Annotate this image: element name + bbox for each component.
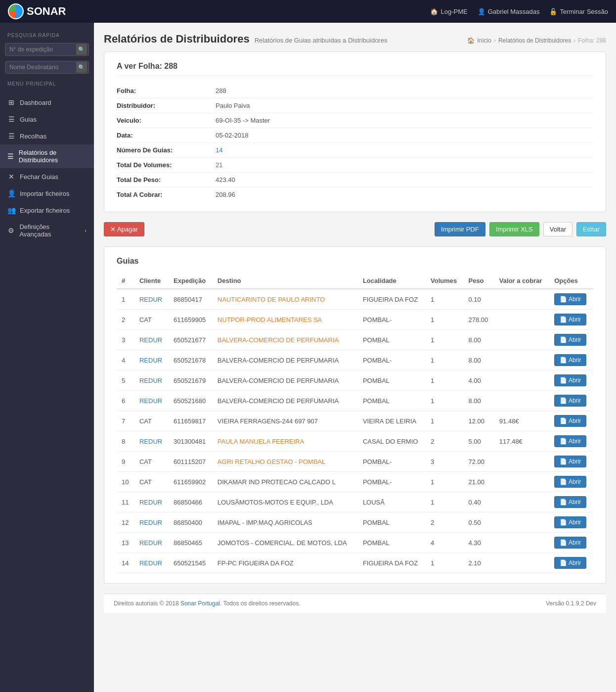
td-valor: [494, 370, 549, 391]
breadcrumb-home[interactable]: Início: [477, 37, 491, 44]
td-num: 9: [117, 452, 134, 472]
voltar-button[interactable]: Voltar: [543, 222, 572, 236]
abrir-button[interactable]: 📄 Abrir: [554, 354, 586, 366]
td-num: 13: [117, 533, 134, 553]
td-peso: 72.00: [463, 452, 494, 472]
table-row: 12 REDUR 86850400 IMAPAL - IMP.MAQ.AGRIC…: [117, 512, 593, 533]
abrir-button[interactable]: 📄 Abrir: [554, 557, 586, 569]
abrir-button[interactable]: 📄 Abrir: [554, 496, 586, 508]
apagar-button[interactable]: ✕ Apagar: [104, 222, 144, 236]
destino-link[interactable]: AGRI RETALHO GESTAO - POMBAL: [218, 458, 325, 465]
total-volumes-link[interactable]: 21: [216, 161, 222, 169]
num-guias-link[interactable]: 14: [216, 146, 222, 154]
td-localidade: POMBAL-: [358, 350, 426, 370]
destino-text: VIEIRA FERRAGENS-244 697 907: [218, 417, 318, 425]
td-volumes: 1: [426, 330, 463, 350]
td-localidade: POMBAL-: [358, 472, 426, 492]
editar-button[interactable]: Editar: [576, 222, 606, 236]
td-num: 4: [117, 350, 134, 370]
table-row: 14 REDUR 650521545 FP-PC FIGUEIRA DA FOZ…: [117, 553, 593, 573]
sidebar-menu: ⊞ Dashboard ☰ Guias ☰ Recolhas ☰ Relatór…: [0, 94, 94, 242]
td-cliente: CAT: [134, 310, 169, 330]
destino-link[interactable]: NUTPOR-PROD ALIMENTARES SA: [218, 316, 322, 323]
td-num: 3: [117, 330, 134, 350]
td-opcoes: 📄 Abrir: [549, 370, 593, 391]
td-opcoes: 📄 Abrir: [549, 330, 593, 350]
sidebar-item-guias[interactable]: ☰ Guias: [0, 111, 94, 128]
sidebar-item-fechar-guias[interactable]: ✕ Fechar Guias: [0, 168, 94, 185]
abrir-button[interactable]: 📄 Abrir: [554, 456, 586, 467]
logout-link[interactable]: 🔓 Terminar Sessão: [549, 8, 608, 15]
col-volumes: Volumes: [426, 273, 463, 289]
td-destino: BALVERA-COMERCIO DE PERFUMARIA: [213, 370, 358, 391]
td-num: 1: [117, 289, 134, 310]
sidebar-item-importar[interactable]: 👤 Importar ficheiros: [0, 185, 94, 202]
value-total-cobrar: 208.96: [216, 191, 235, 198]
td-volumes: 1: [426, 310, 463, 330]
detail-row-data: Data: 05-02-2018: [117, 128, 593, 143]
destino-link[interactable]: PAULA MANUELA FEEREIRA: [218, 438, 304, 445]
destino-link[interactable]: NAUTICARINTO DE PAULO ARINTO: [218, 296, 325, 303]
table-row: 5 REDUR 650521679 BALVERA-COMERCIO DE PE…: [117, 370, 593, 391]
destino-text: LOUSÃMOTOS-MOTOS E EQUIP., LDA: [218, 499, 333, 506]
value-total-peso: 423.40: [216, 176, 235, 184]
log-pme-link[interactable]: 🏠 Log-PME: [430, 8, 467, 15]
abrir-button[interactable]: 📄 Abrir: [554, 314, 586, 325]
abrir-button[interactable]: 📄 Abrir: [554, 435, 586, 447]
sidebar-item-label: Guias: [20, 116, 37, 123]
td-volumes: 1: [426, 411, 463, 431]
td-localidade: FIGUEIRA DA FOZ: [358, 289, 426, 310]
td-valor: [494, 533, 549, 553]
td-opcoes: 📄 Abrir: [549, 431, 593, 452]
destino-link[interactable]: BALVERA-COMERCIO DE PERFUMARIA: [218, 336, 339, 344]
td-num: 2: [117, 310, 134, 330]
table-row: 2 CAT 611659905 NUTPOR-PROD ALIMENTARES …: [117, 310, 593, 330]
td-peso: 0.50: [463, 512, 494, 533]
abrir-button[interactable]: 📄 Abrir: [554, 415, 586, 427]
sidebar-item-label: Fechar Guias: [20, 173, 58, 181]
abrir-button[interactable]: 📄 Abrir: [554, 334, 586, 346]
td-expedicao: 650521678: [169, 350, 213, 370]
sidebar-item-definicoes[interactable]: ⚙ Definições Avançadas ‹: [0, 219, 94, 242]
abrir-button[interactable]: 📄 Abrir: [554, 516, 586, 528]
td-cliente: REDUR: [134, 512, 169, 533]
col-destino: Destino: [213, 273, 358, 289]
abrir-button[interactable]: 📄 Abrir: [554, 476, 586, 488]
abrir-button[interactable]: 📄 Abrir: [554, 395, 586, 407]
td-destino: JOMOTOS - COMERCIAL. DE MOTOS, LDA: [213, 533, 358, 553]
abrir-button[interactable]: 📄 Abrir: [554, 293, 586, 305]
imprimir-xls-button[interactable]: Imprimir XLS: [489, 222, 539, 236]
sidebar-item-recolhas[interactable]: ☰ Recolhas: [0, 128, 94, 144]
expedition-search-button[interactable]: 🔍: [76, 44, 87, 55]
sidebar-item-relatorios[interactable]: ☰ Relatórios de Distribuidores: [0, 144, 94, 168]
td-destino: IMAPAL - IMP.MAQ.AGRICOLAS: [213, 512, 358, 533]
fechar-guias-icon: ✕: [7, 173, 15, 181]
td-destino: BALVERA-COMERCIO DE PERFUMARIA: [213, 350, 358, 370]
abrir-button[interactable]: 📄 Abrir: [554, 537, 586, 549]
detail-row-veiculo: Veículo: 69-OI-35 -> Master: [117, 113, 593, 128]
sidebar-item-label: Importar ficheiros: [20, 190, 69, 197]
detail-row-folha: Folha: 288: [117, 84, 593, 98]
destino-text: BALVERA-COMERCIO DE PERFUMARIA: [218, 377, 339, 384]
definicoes-icon: ⚙: [7, 227, 15, 234]
sidebar-item-dashboard[interactable]: ⊞ Dashboard: [0, 94, 94, 111]
td-volumes: 1: [426, 472, 463, 492]
td-cliente: REDUR: [134, 431, 169, 452]
td-opcoes: 📄 Abrir: [549, 553, 593, 573]
recipient-search-button[interactable]: 🔍: [76, 62, 87, 73]
user-link[interactable]: 👤 Gabriel Massadas: [478, 8, 540, 15]
td-opcoes: 📄 Abrir: [549, 391, 593, 411]
td-peso: 8.00: [463, 350, 494, 370]
col-opcoes: Opções: [549, 273, 593, 289]
td-num: 7: [117, 411, 134, 431]
label-folha: Folha:: [117, 87, 216, 94]
sidebar-item-exportar[interactable]: 👥 Exportar ficheiros: [0, 202, 94, 219]
abrir-button[interactable]: 📄 Abrir: [554, 374, 586, 386]
breadcrumb-section[interactable]: Relatórios de Distribuidores: [498, 37, 571, 44]
col-cliente: Cliente: [134, 273, 169, 289]
imprimir-pdf-button[interactable]: Imprimir PDF: [435, 222, 485, 236]
importar-icon: 👤: [7, 189, 15, 197]
footer-brand-link[interactable]: Sonar Portugal.: [180, 600, 221, 607]
td-valor: [494, 512, 549, 533]
td-valor: [494, 553, 549, 573]
